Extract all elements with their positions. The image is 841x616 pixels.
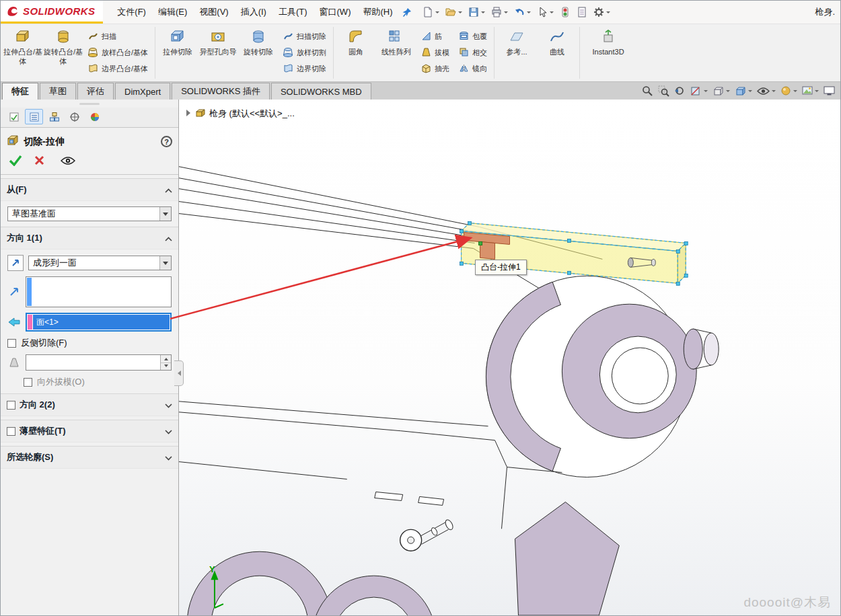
flyout-tree-arrow[interactable] xyxy=(186,109,191,119)
graphics-area[interactable]: Y 枪身 (默认<<默认>_... 凸台-拉伸1 dooooit@木易 xyxy=(179,100,840,615)
print-button[interactable] xyxy=(488,5,511,20)
open-document-button[interactable] xyxy=(443,5,465,20)
end-condition-dropdown[interactable]: 成形到一面 xyxy=(28,256,172,270)
extruded-boss-button[interactable]: 拉伸凸台/基体 xyxy=(3,24,43,81)
boundary-boss-button[interactable]: 边界凸台/基体 xyxy=(85,61,151,77)
rebuild-button[interactable] xyxy=(557,5,573,20)
reverse-direction-button[interactable] xyxy=(7,255,24,271)
wrap-button[interactable]: 包覆 xyxy=(456,29,490,44)
panel-grip[interactable] xyxy=(1,100,178,108)
displaymanager-tab[interactable] xyxy=(85,109,104,124)
direction-arrow-icon xyxy=(11,258,20,268)
linear-pattern-button[interactable]: 线性阵列 xyxy=(376,24,416,81)
section-direction1[interactable]: 方向 1(1) xyxy=(1,227,178,249)
new-document-button[interactable] xyxy=(420,5,442,20)
extrude-preview-box[interactable] xyxy=(460,222,688,286)
tab-sketch[interactable]: 草图 xyxy=(40,83,76,100)
takedown-pin[interactable] xyxy=(400,518,455,551)
face-selection-box[interactable]: 面<1> xyxy=(26,313,172,332)
curves-button[interactable]: 曲线 xyxy=(537,24,577,81)
section-thin-feature[interactable]: 薄壁特征(T) xyxy=(1,420,178,442)
menu-tools[interactable]: 工具(T) xyxy=(272,3,314,22)
thin-feature-checkbox[interactable] xyxy=(7,427,15,436)
hole-wizard-button[interactable]: 异型孔向导 xyxy=(198,24,238,81)
menu-window[interactable]: 窗口(W) xyxy=(314,3,357,22)
undo-button[interactable] xyxy=(511,5,534,20)
zoom-to-fit-button[interactable] xyxy=(642,85,653,97)
view-settings-monitor-button[interactable] xyxy=(824,85,835,96)
model-3d-view[interactable]: Y xyxy=(179,100,840,615)
trigger-guard-arcs[interactable] xyxy=(187,551,436,615)
shell-icon xyxy=(421,63,431,75)
dropdown-arrow-button[interactable] xyxy=(159,256,171,270)
lofted-cut-button[interactable]: 放样切割 xyxy=(281,45,329,61)
sketch-origin-handle[interactable] xyxy=(479,241,482,245)
swept-cut-button[interactable]: 扫描切除 xyxy=(281,29,329,44)
section-view-button[interactable] xyxy=(690,85,708,97)
pin-menu-button[interactable] xyxy=(399,5,414,20)
ok-button[interactable] xyxy=(9,155,22,168)
reference-geometry-button[interactable]: 参考... xyxy=(497,24,537,81)
extruded-cut-button[interactable]: 拉伸切除 xyxy=(157,24,198,81)
zoom-to-area-button[interactable] xyxy=(658,85,669,97)
file-properties-button[interactable] xyxy=(574,5,590,20)
tab-features[interactable]: 特征 xyxy=(2,83,38,100)
view-orientation-button[interactable] xyxy=(712,85,730,97)
fillet-button[interactable]: 圆角 xyxy=(336,24,376,81)
display-style-button[interactable] xyxy=(735,85,752,97)
previous-view-button[interactable] xyxy=(674,85,686,97)
menu-edit[interactable]: 编辑(E) xyxy=(152,3,193,22)
dropdown-arrow-button[interactable] xyxy=(159,207,171,221)
hide-show-items-button[interactable] xyxy=(757,87,776,95)
breadcrumb-text[interactable]: 枪身 (默认<<默认>_... xyxy=(209,108,295,120)
flip-side-checkbox[interactable] xyxy=(7,339,16,348)
menu-view[interactable]: 视图(V) xyxy=(193,3,234,22)
configurationmanager-tab[interactable] xyxy=(45,109,63,124)
spin-up-button[interactable] xyxy=(161,355,171,363)
draft-outward-checkbox[interactable] xyxy=(24,378,32,387)
menu-file[interactable]: 文件(F) xyxy=(111,3,152,22)
help-button[interactable]: ? xyxy=(161,136,172,147)
save-button[interactable] xyxy=(466,5,488,20)
dimxpertmanager-tab[interactable] xyxy=(65,109,83,124)
swept-boss-button[interactable]: 扫描 xyxy=(85,29,151,44)
tab-addins[interactable]: SOLIDWORKS 插件 xyxy=(172,83,270,100)
boundary-cut-button[interactable]: 边界切除 xyxy=(281,61,329,77)
ribbon-separator xyxy=(155,27,155,79)
menu-insert[interactable]: 插入(I) xyxy=(235,3,272,22)
select-button[interactable] xyxy=(534,5,556,20)
tab-evaluate[interactable]: 评估 xyxy=(77,83,114,100)
lofted-boss-button[interactable]: 放样凸台/基体 xyxy=(85,45,151,61)
intersect-button[interactable]: 相交 xyxy=(456,45,490,61)
featuremanager-tab[interactable] xyxy=(5,109,23,124)
cancel-button[interactable] xyxy=(34,155,44,167)
revolved-boss-button[interactable]: 旋转凸台/基体 xyxy=(43,24,83,81)
section-selected-contours[interactable]: 所选轮廓(S) xyxy=(1,446,178,469)
direction-selection-box[interactable] xyxy=(26,276,172,307)
apply-scene-button[interactable] xyxy=(802,85,819,96)
draft-angle-spinbox[interactable] xyxy=(26,354,172,371)
show-preview-button[interactable] xyxy=(61,156,75,167)
direction2-checkbox[interactable] xyxy=(7,401,15,410)
instant3d-button[interactable]: Instant3D xyxy=(582,24,634,81)
from-condition-dropdown[interactable]: 草图基准面 xyxy=(7,206,172,221)
spin-down-button[interactable] xyxy=(161,363,171,371)
section-direction2[interactable]: 方向 2(2) xyxy=(1,393,178,416)
rib-button[interactable]: 筋 xyxy=(418,29,452,44)
propertymanager-tab[interactable] xyxy=(25,109,43,124)
gun-body-cylinder[interactable] xyxy=(486,276,719,477)
selected-face-item[interactable]: 面<1> xyxy=(33,315,170,330)
ribbon-separator xyxy=(333,27,334,79)
menu-help[interactable]: 帮助(H) xyxy=(357,3,398,22)
draft-button[interactable]: 拔模 xyxy=(418,45,452,61)
panel-collapse-handle[interactable] xyxy=(174,360,184,386)
pin-icon xyxy=(402,7,412,17)
options-button[interactable] xyxy=(591,5,613,20)
shell-button[interactable]: 抽壳 xyxy=(418,61,452,77)
mirror-button[interactable]: 镜向 xyxy=(456,61,490,77)
edit-appearance-button[interactable] xyxy=(780,85,797,96)
tab-dimxpert[interactable]: DimXpert xyxy=(115,83,170,100)
revolved-cut-button[interactable]: 旋转切除 xyxy=(238,24,279,81)
section-from[interactable]: 从(F) xyxy=(1,178,178,201)
tab-mbd[interactable]: SOLIDWORKS MBD xyxy=(271,83,371,100)
